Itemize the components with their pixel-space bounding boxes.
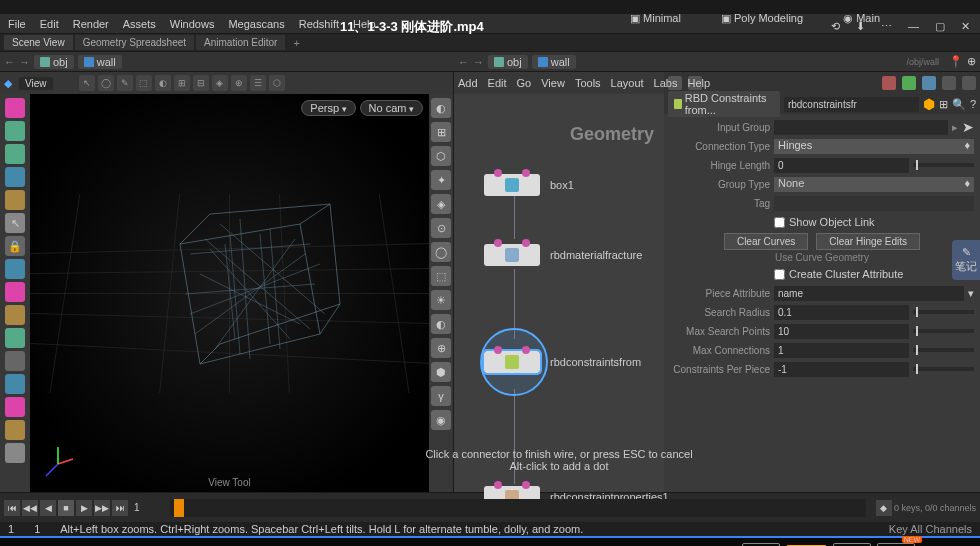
tool-icon[interactable] <box>5 259 25 279</box>
close-icon[interactable]: ✕ <box>961 20 970 33</box>
node-name-input[interactable] <box>784 97 919 112</box>
menu-render[interactable]: Render <box>73 18 109 30</box>
node-constraints[interactable]: rbdconstraintsfrom <box>484 351 641 373</box>
tool-icon[interactable]: ⊞ <box>174 75 190 91</box>
playhead[interactable] <box>174 499 184 517</box>
search-radius-slider[interactable] <box>913 310 974 314</box>
back-icon[interactable]: ← <box>458 56 469 68</box>
arrow-icon[interactable]: ➤ <box>962 119 974 135</box>
menu-view[interactable]: View <box>541 77 565 89</box>
tool-icon[interactable]: ⊕ <box>231 75 247 91</box>
display-icon[interactable]: ☀ <box>431 290 451 310</box>
lasso-tool-icon[interactable]: ◯ <box>98 75 114 91</box>
houdini-icon[interactable]: ⬢ <box>923 96 935 112</box>
link-icon[interactable]: ⊕ <box>967 55 976 68</box>
tool-icon[interactable] <box>5 328 25 348</box>
search-radius-input[interactable] <box>774 305 909 320</box>
path-obj[interactable]: obj <box>34 55 74 69</box>
back-icon[interactable]: ← <box>4 56 15 68</box>
display-icon[interactable]: γ <box>431 386 451 406</box>
menu-help[interactable]: Help <box>687 77 710 89</box>
menu-assets[interactable]: Assets <box>123 18 156 30</box>
tool-icon[interactable] <box>5 443 25 463</box>
node-box1[interactable]: box1 <box>484 174 574 196</box>
last-frame-button[interactable]: ⏭ <box>112 500 128 516</box>
display-icon[interactable]: ⬡ <box>431 146 451 166</box>
tool-icon[interactable]: ⊟ <box>193 75 209 91</box>
tool-icon[interactable] <box>5 420 25 440</box>
play-button[interactable]: ▶ <box>76 500 92 516</box>
notes-button[interactable]: ✎ 笔记 <box>952 240 980 280</box>
menu-tools[interactable]: Tools <box>575 77 601 89</box>
tool-icon[interactable] <box>5 282 25 302</box>
display-icon[interactable]: ⊙ <box>431 218 451 238</box>
menu-redshift[interactable]: Redshift <box>299 18 339 30</box>
create-cluster-checkbox[interactable]: Create Cluster Attribute <box>774 268 903 280</box>
path-obj-2[interactable]: obj <box>488 55 528 69</box>
menu-layout[interactable]: Layout <box>611 77 644 89</box>
tool-icon[interactable] <box>5 98 25 118</box>
display-icon[interactable]: ◈ <box>431 194 451 214</box>
prev-frame-button[interactable]: ◀◀ <box>22 500 38 516</box>
tool-icon[interactable]: ☰ <box>250 75 266 91</box>
forward-icon[interactable]: → <box>19 56 30 68</box>
download-icon[interactable]: ⬇ <box>856 20 865 33</box>
input-group-field[interactable] <box>774 120 948 135</box>
layout-minimal[interactable]: ▣ Minimal <box>630 12 681 25</box>
display-icon[interactable]: ◐ <box>431 314 451 334</box>
stop-button[interactable]: ■ <box>58 500 74 516</box>
flag-icon[interactable] <box>882 76 896 90</box>
gear-icon[interactable] <box>942 76 956 90</box>
more-icon[interactable]: ⋯ <box>881 20 892 33</box>
view-label[interactable]: View <box>19 77 53 90</box>
display-icon[interactable]: ◉ <box>431 410 451 430</box>
tool-icon[interactable]: ⬡ <box>269 75 285 91</box>
node-fracture[interactable]: rbdmaterialfracture <box>484 244 642 266</box>
search-icon[interactable]: 🔍 <box>952 98 966 111</box>
help-icon[interactable] <box>962 76 976 90</box>
snap-tool-icon[interactable]: ⬚ <box>136 75 152 91</box>
select-tool-icon[interactable]: ↖ <box>79 75 95 91</box>
tool-icon[interactable] <box>5 167 25 187</box>
brush-tool-icon[interactable]: ✎ <box>117 75 133 91</box>
display-icon[interactable]: ◯ <box>431 242 451 262</box>
group-select-icon[interactable]: ▸ <box>952 121 958 134</box>
display-icon[interactable]: ⬢ <box>431 362 451 382</box>
display-icon[interactable]: ✦ <box>431 170 451 190</box>
share-icon[interactable]: ⟲ <box>831 20 840 33</box>
piece-attr-input[interactable] <box>774 286 964 301</box>
first-frame-button[interactable]: ⏮ <box>4 500 20 516</box>
next-frame-button[interactable]: ▶▶ <box>94 500 110 516</box>
display-icon[interactable]: ◐ <box>431 98 451 118</box>
minimize-icon[interactable]: — <box>908 20 919 33</box>
clear-hinge-button[interactable]: Clear Hinge Edits <box>816 233 920 250</box>
per-piece-slider[interactable] <box>913 367 974 371</box>
max-search-input[interactable] <box>774 324 909 339</box>
display-icon[interactable]: ⬚ <box>431 266 451 286</box>
max-conn-input[interactable] <box>774 343 909 358</box>
tool-icon[interactable]: ◐ <box>155 75 171 91</box>
tool-icon[interactable] <box>5 121 25 141</box>
pin-icon[interactable]: 📍 <box>949 55 963 68</box>
hinge-length-slider[interactable] <box>913 163 974 167</box>
connection-type-select[interactable]: Hinges♦ <box>774 139 974 154</box>
group-type-select[interactable]: None♦ <box>774 177 974 192</box>
menu-edit[interactable]: Edit <box>40 18 59 30</box>
menu-add[interactable]: Add <box>458 77 478 89</box>
path-wall-2[interactable]: wall <box>532 55 576 69</box>
tool-icon[interactable] <box>5 351 25 371</box>
maximize-icon[interactable]: ▢ <box>935 20 945 33</box>
tool-icon[interactable]: ↖ <box>5 213 25 233</box>
menu-labs[interactable]: Labs <box>654 77 678 89</box>
per-piece-input[interactable] <box>774 362 909 377</box>
max-conn-slider[interactable] <box>913 348 974 352</box>
clear-curves-button[interactable]: Clear Curves <box>724 233 808 250</box>
flag-icon[interactable] <box>922 76 936 90</box>
hinge-length-input[interactable] <box>774 158 909 173</box>
add-tab-icon[interactable]: + <box>287 37 305 49</box>
menu-edit[interactable]: Edit <box>488 77 507 89</box>
max-search-slider[interactable] <box>913 329 974 333</box>
key-button[interactable]: ◆ <box>876 500 892 516</box>
tool-icon[interactable] <box>5 144 25 164</box>
timeline-track[interactable] <box>170 499 866 517</box>
